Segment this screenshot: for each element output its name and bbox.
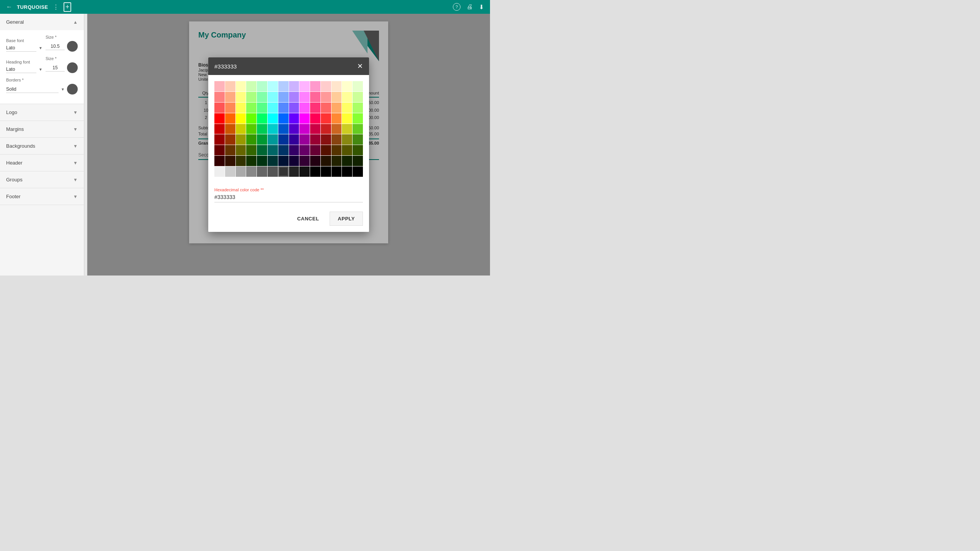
color-cell[interactable] — [321, 113, 331, 124]
color-cell[interactable] — [214, 145, 225, 155]
color-cell[interactable] — [225, 103, 235, 113]
color-cell[interactable] — [268, 134, 278, 145]
color-cell[interactable] — [353, 103, 363, 113]
color-cell[interactable] — [342, 81, 352, 91]
color-cell[interactable] — [353, 92, 363, 102]
color-cell[interactable] — [321, 103, 331, 113]
color-cell[interactable] — [353, 113, 363, 124]
color-cell[interactable] — [214, 103, 225, 113]
color-cell[interactable] — [299, 103, 310, 113]
color-cell[interactable] — [310, 145, 320, 155]
color-cell[interactable] — [332, 145, 342, 155]
color-cell[interactable] — [225, 113, 235, 124]
hex-input[interactable] — [214, 194, 363, 200]
color-cell[interactable] — [257, 124, 267, 134]
color-cell[interactable] — [289, 134, 299, 145]
color-cell[interactable] — [278, 134, 289, 145]
add-icon[interactable]: + — [64, 2, 72, 12]
sidebar-section-groups-header[interactable]: Groups ▼ — [0, 171, 84, 188]
cancel-button[interactable]: CANCEL — [289, 212, 327, 226]
color-cell[interactable] — [225, 166, 235, 177]
sidebar-section-logo-header[interactable]: Logo ▼ — [0, 104, 84, 121]
color-cell[interactable] — [353, 166, 363, 177]
color-cell[interactable] — [353, 145, 363, 155]
color-cell[interactable] — [332, 124, 342, 134]
color-cell[interactable] — [342, 113, 352, 124]
color-cell[interactable] — [214, 124, 225, 134]
color-cell[interactable] — [268, 156, 278, 166]
color-cell[interactable] — [246, 124, 256, 134]
color-cell[interactable] — [289, 156, 299, 166]
color-cell[interactable] — [214, 166, 225, 177]
color-cell[interactable] — [342, 145, 352, 155]
color-cell[interactable] — [246, 92, 256, 102]
color-cell[interactable] — [299, 156, 310, 166]
color-cell[interactable] — [236, 145, 246, 155]
color-cell[interactable] — [236, 81, 246, 91]
sidebar-section-margins-header[interactable]: Margins ▼ — [0, 121, 84, 137]
color-cell[interactable] — [236, 113, 246, 124]
color-cell[interactable] — [246, 113, 256, 124]
color-cell[interactable] — [236, 92, 246, 102]
color-cell[interactable] — [321, 124, 331, 134]
color-cell[interactable] — [310, 81, 320, 91]
color-cell[interactable] — [310, 166, 320, 177]
color-cell[interactable] — [289, 124, 299, 134]
color-cell[interactable] — [236, 166, 246, 177]
color-cell[interactable] — [299, 113, 310, 124]
heading-color-swatch[interactable] — [67, 62, 78, 73]
base-font-select[interactable]: Lato — [6, 44, 36, 52]
color-cell[interactable] — [310, 92, 320, 102]
color-cell[interactable] — [257, 156, 267, 166]
color-cell[interactable] — [246, 81, 256, 91]
color-cell[interactable] — [278, 113, 289, 124]
color-cell[interactable] — [257, 81, 267, 91]
color-cell[interactable] — [225, 92, 235, 102]
color-cell[interactable] — [246, 103, 256, 113]
color-cell[interactable] — [332, 103, 342, 113]
color-cell[interactable] — [342, 103, 352, 113]
menu-icon[interactable]: ⋮ — [53, 3, 59, 11]
color-cell[interactable] — [332, 92, 342, 102]
color-cell[interactable] — [214, 113, 225, 124]
color-cell[interactable] — [257, 134, 267, 145]
color-cell[interactable] — [332, 156, 342, 166]
color-cell[interactable] — [278, 103, 289, 113]
color-cell[interactable] — [353, 156, 363, 166]
color-cell[interactable] — [332, 166, 342, 177]
color-cell[interactable] — [289, 113, 299, 124]
color-cell[interactable] — [225, 134, 235, 145]
color-cell[interactable] — [278, 92, 289, 102]
color-cell[interactable] — [225, 81, 235, 91]
color-cell[interactable] — [299, 81, 310, 91]
color-cell[interactable] — [342, 92, 352, 102]
color-cell[interactable] — [246, 156, 256, 166]
color-cell[interactable] — [257, 113, 267, 124]
color-cell[interactable] — [278, 81, 289, 91]
color-cell[interactable] — [268, 145, 278, 155]
color-cell[interactable] — [246, 166, 256, 177]
color-cell[interactable] — [236, 124, 246, 134]
download-icon[interactable]: ⬇ — [479, 3, 484, 11]
color-cell[interactable] — [310, 124, 320, 134]
color-cell[interactable] — [268, 81, 278, 91]
borders-select[interactable]: Solid — [6, 86, 59, 93]
color-cell[interactable] — [278, 124, 289, 134]
color-cell[interactable] — [299, 124, 310, 134]
sidebar-section-footer-header[interactable]: Footer ▼ — [0, 188, 84, 205]
sidebar-section-header-header[interactable]: Header ▼ — [0, 155, 84, 171]
color-cell[interactable] — [321, 92, 331, 102]
color-cell[interactable] — [289, 81, 299, 91]
color-cell[interactable] — [236, 134, 246, 145]
color-cell[interactable] — [278, 166, 289, 177]
color-cell[interactable] — [321, 145, 331, 155]
color-cell[interactable] — [310, 103, 320, 113]
color-cell[interactable] — [353, 134, 363, 145]
color-cell[interactable] — [268, 166, 278, 177]
sidebar-section-backgrounds-header[interactable]: Backgrounds ▼ — [0, 138, 84, 154]
color-cell[interactable] — [268, 124, 278, 134]
color-cell[interactable] — [225, 124, 235, 134]
color-cell[interactable] — [289, 166, 299, 177]
color-cell[interactable] — [246, 145, 256, 155]
heading-font-select[interactable]: Lato — [6, 66, 36, 73]
